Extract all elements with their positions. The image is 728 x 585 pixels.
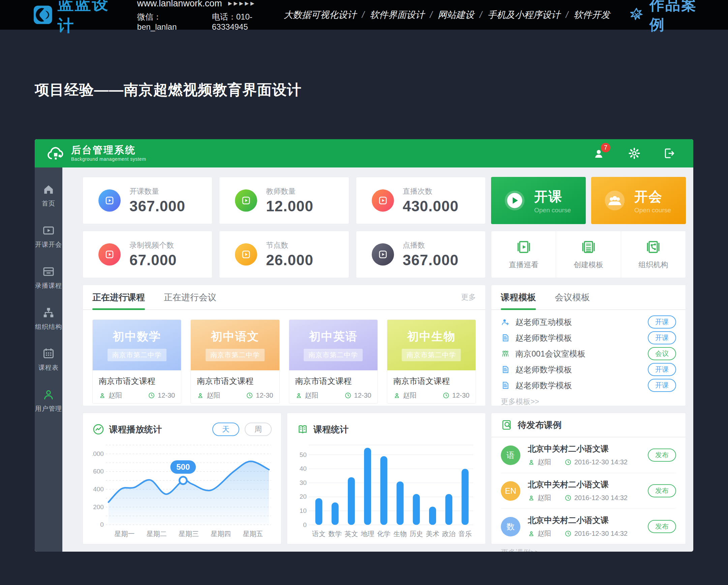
template-action-button[interactable]: 会议 — [648, 347, 676, 360]
course-card-info: 南京市语文课程赵阳12-30 — [191, 370, 279, 403]
more-courses-link[interactable]: 更多 — [461, 292, 476, 302]
publish-button[interactable]: 发布 — [648, 484, 676, 497]
stat-value: 367.000 — [129, 198, 185, 215]
template-name: 赵老师数学模板 — [515, 333, 572, 343]
brand-name: 蓝蓝设计 — [58, 0, 122, 36]
bar — [380, 456, 387, 525]
sidebar-item-用户管理[interactable]: 用户管理 — [35, 388, 62, 413]
tab-ongoing-courses[interactable]: 正在进行课程 — [92, 285, 145, 309]
dashboard-header: 后台管理系统 Background management system 7 — [35, 139, 693, 167]
calendar-icon — [42, 347, 55, 360]
y-tick-label: 400 — [93, 486, 104, 493]
template-row[interactable]: 赵老师数学模板开课 — [501, 330, 676, 346]
publish-row[interactable]: EN北京中关村二小语文课赵阳2016-12-30 14:32发布 — [501, 473, 676, 509]
services-nav: 大数据可视化设计/软件界面设计/网站建设/手机及小程序设计/软件开发 — [284, 9, 610, 21]
sidebar-item-组织结构[interactable]: 组织结构 — [35, 306, 62, 330]
stat-label: 点播数 — [403, 240, 459, 250]
stat-card: 教师数量12.000 — [219, 177, 349, 224]
y-tick-label: 600 — [93, 468, 104, 475]
x-tick-label: 语文 — [312, 530, 326, 537]
service-separator: / — [479, 10, 482, 20]
cta-title: 开课 — [534, 187, 571, 206]
template-action-button[interactable]: 开课 — [648, 315, 676, 328]
sidebar-item-开课开会[interactable]: 开课开会 — [35, 224, 62, 248]
sidebar-item-课程表[interactable]: 课程表 — [35, 347, 62, 371]
cta-play-icon — [504, 190, 525, 211]
user-notifications-icon[interactable]: 7 — [593, 147, 606, 160]
course-card-title: 初中数学 — [112, 329, 161, 344]
tab-ongoing-meetings[interactable]: 正在进行会议 — [164, 285, 216, 309]
tab-course-templates[interactable]: 课程模板 — [501, 285, 536, 309]
bar-chart: 01020304050语文数学英文地理化学生物历史美术政治音乐 — [296, 440, 476, 538]
phone-label: 电话：010-63334945 — [212, 11, 284, 32]
course-card-初中英语[interactable]: 初中英语南京市第二中学南京市语文课程赵阳12-30 — [289, 319, 378, 404]
service-item-2[interactable]: 软件界面设计 — [370, 9, 424, 21]
person-small-icon — [197, 392, 204, 399]
course-card-初中数学[interactable]: 初中数学南京市第二中学南京市语文课程赵阳12-30 — [92, 319, 181, 404]
x-tick-label: 地理 — [361, 530, 374, 537]
quick-action-组织机构[interactable]: 组织机构 — [621, 231, 685, 278]
publish-panel: 待发布课例 语北京中关村二小语文课赵阳2016-12-30 14:32发布EN北… — [491, 413, 686, 544]
notification-badge: 7 — [601, 143, 610, 152]
stat-text: 点播数367.000 — [403, 240, 459, 269]
x-tick-label: 化学 — [377, 530, 391, 537]
dashboard-content: 开课数量367.000教师数量12.000直播次数430.000 开课Open … — [62, 167, 693, 552]
publish-row[interactable]: 数北京中关村二小语文课赵阳2016-12-30 14:32发布 — [501, 509, 676, 544]
arrows-decoration: ▶▶▶▶▶ — [228, 0, 256, 6]
portfolio-link[interactable]: 作品案例 — [628, 0, 709, 35]
cta-button-开课[interactable]: 开课Open course — [491, 177, 586, 224]
sidebar-item-首页[interactable]: 首页 — [35, 183, 62, 207]
meeting-icon — [501, 349, 510, 358]
more-templates-link[interactable]: 更多模板>> — [491, 393, 685, 412]
sidebar: 首页开课开会录播课程组织结构课程表用户管理 — [35, 167, 62, 552]
x-tick-label: 政治 — [442, 530, 456, 537]
bar — [364, 448, 371, 525]
sidebar-item-label: 首页 — [35, 200, 62, 207]
x-tick-label: 星期三 — [179, 530, 199, 537]
template-row[interactable]: 南京001会议室模板会议 — [501, 346, 676, 362]
tab-meeting-templates[interactable]: 会议模板 — [555, 285, 590, 309]
website-link[interactable]: www.lanlanwork.com — [137, 0, 222, 9]
marker-value: 500 — [176, 462, 190, 472]
publish-button[interactable]: 发布 — [648, 449, 676, 462]
service-item-4[interactable]: 手机及小程序设计 — [487, 9, 560, 21]
sidebar-item-label: 录播课程 — [35, 282, 62, 290]
quick-action-创建模板[interactable]: 创建模板 — [556, 231, 621, 278]
bar-chart-title: 课程统计 — [313, 424, 348, 435]
course-card-初中语文[interactable]: 初中语文南京市第二中学南京市语文课程赵阳12-30 — [190, 319, 279, 404]
stat-value: 12.000 — [266, 198, 313, 215]
course-card-初中生物[interactable]: 初中生物南京市第二中学南京市语文课程赵阳12-30 — [387, 319, 476, 404]
bar — [332, 502, 339, 525]
course-meta: 赵阳12-30 — [393, 391, 469, 400]
x-tick-label: 星期五 — [243, 530, 263, 537]
template-row[interactable]: 赵老师数学模板开课 — [501, 362, 676, 377]
portfolio-icon — [628, 6, 645, 24]
toggle-day[interactable]: 天 — [212, 423, 239, 436]
cta-button-开会[interactable]: 开会Open course — [591, 177, 686, 224]
clock-icon — [565, 530, 572, 537]
quick-action-直播巡看[interactable]: 直播巡看 — [491, 231, 556, 278]
template-row[interactable]: 赵老师互动模板开课 — [501, 314, 676, 330]
template-row[interactable]: 赵老师数学模板开课 — [501, 377, 676, 393]
template-action-button[interactable]: 开课 — [648, 331, 676, 344]
service-separator: / — [566, 10, 568, 20]
service-item-3[interactable]: 网站建设 — [438, 9, 474, 21]
site-header: 蓝蓝设计 www.lanlanwork.com ▶▶▶▶▶ 微信：ben_lan… — [0, 0, 728, 30]
publish-button[interactable]: 发布 — [648, 520, 676, 533]
more-lessons-link[interactable]: 更多课例>> — [491, 544, 685, 552]
play-stats-card: 课程播放统计 天 周 10006004002000星期一星期二星期三星期四星期五… — [83, 413, 281, 544]
service-item-1[interactable]: 大数据可视化设计 — [284, 9, 357, 21]
template-action-button[interactable]: 开课 — [648, 379, 676, 392]
gear-icon[interactable] — [628, 147, 641, 160]
service-item-5[interactable]: 软件开发 — [574, 9, 610, 21]
publish-row[interactable]: 语北京中关村二小语文课赵阳2016-12-30 14:32发布 — [501, 437, 676, 473]
y-tick-label: 20 — [300, 493, 307, 500]
template-list: 赵老师互动模板开课赵老师数学模板开课南京001会议室模板会议赵老师数学模板开课赵… — [491, 310, 685, 393]
logout-icon[interactable] — [663, 147, 676, 160]
brand-logo[interactable]: 蓝蓝设计 — [34, 0, 122, 36]
toggle-week[interactable]: 周 — [245, 423, 272, 436]
person-small-icon — [528, 530, 535, 537]
sidebar-item-录播课程[interactable]: 录播课程 — [35, 265, 62, 290]
person-small-icon — [528, 494, 535, 501]
template-action-button[interactable]: 开课 — [648, 363, 676, 376]
